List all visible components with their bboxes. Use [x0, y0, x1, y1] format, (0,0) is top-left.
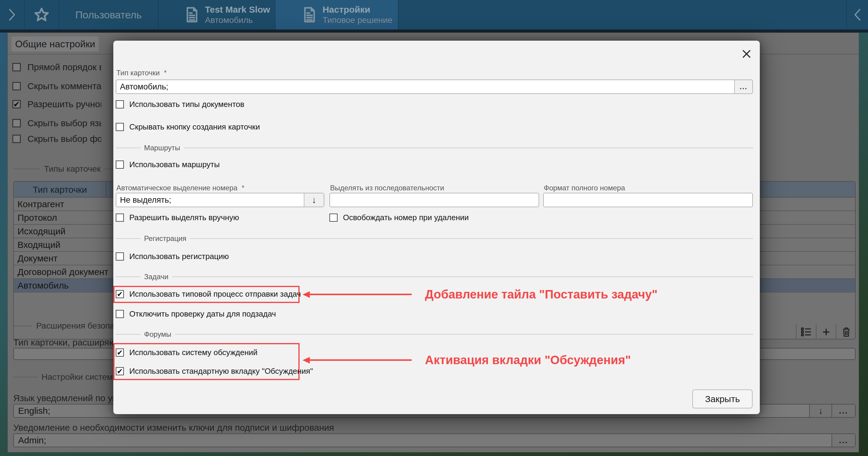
bg-checkbox[interactable]: Прямой порядок в листе [12, 63, 101, 71]
tab-title: Test Mark Slow [205, 4, 270, 15]
chevron-left-icon [852, 8, 863, 21]
table-cell: Договорной документ [18, 267, 108, 277]
card-type-input[interactable]: Автомобиль; [116, 80, 734, 93]
list-view-button[interactable] [796, 324, 816, 339]
checkbox-use-forums[interactable]: ✔ Использовать систему обсуждений [116, 349, 257, 357]
checkbox-box [116, 161, 124, 169]
checkbox-box [116, 214, 124, 222]
checkbox-box: ✔ [116, 290, 124, 298]
expand-chevron-button[interactable] [0, 0, 25, 30]
checkbox-hide-create-button[interactable]: Скрывать кнопку создания карточки [116, 123, 260, 131]
star-icon [34, 7, 50, 23]
checkbox-task-process[interactable]: ✔ Использовать типовой процесс отправки … [116, 290, 301, 298]
checkbox-box [116, 123, 124, 131]
tab-test-mark-slow[interactable]: Test Mark Slow Автомобиль [158, 0, 276, 30]
bg-checkbox[interactable]: Скрыть комментарий для [12, 82, 101, 90]
table-cell: Входящий [18, 240, 60, 250]
down-arrow-icon: ↓ [818, 406, 823, 416]
bg-checkbox[interactable]: ✔Разрешить ручной ввод и [12, 100, 101, 108]
document-icon [303, 6, 316, 23]
card-type-label: Тип карточки* [116, 69, 167, 77]
section-system-settings: Настройки системы [13, 372, 119, 382]
checkbox-use-routes[interactable]: Использовать маршруты [116, 161, 220, 169]
check-icon: ✔ [13, 100, 20, 108]
forums-annotation-note: Активация вкладки "Обсуждения" [425, 353, 631, 367]
column-divider [106, 182, 106, 198]
auto-number-dropdown-button[interactable]: ↓ [304, 193, 324, 207]
bg-checkbox-label: Скрыть выбор форматиро [27, 134, 101, 144]
tab-subtitle: Типовое решение [322, 15, 393, 25]
down-arrow-icon: ↓ [312, 195, 316, 205]
forums-annotation-arrow [310, 359, 412, 361]
tab-user-label: Пользователь [75, 9, 142, 21]
auto-number-select-group: Не выделять; ↓ [116, 193, 324, 207]
delete-row-button[interactable] [836, 324, 856, 339]
checkbox-disable-subtask-date-check[interactable]: Отключить проверку даты для подзадач [116, 310, 276, 318]
auto-number-label: Автоматическое выделение номера* [116, 184, 244, 192]
sequence-input[interactable] [330, 193, 539, 207]
bg-checkbox[interactable]: Скрыть выбор языка инте [12, 119, 101, 127]
list-icon [801, 327, 811, 337]
section-registration: Регистрация [116, 234, 753, 243]
table-header-label: Тип карточки [14, 182, 106, 198]
checkbox-box [116, 310, 124, 318]
section-security-extensions: Расширения безопас [13, 321, 119, 330]
close-button[interactable]: Закрыть [692, 389, 752, 409]
close-dialog-button[interactable] [741, 48, 752, 59]
more-button[interactable]: ... [832, 404, 855, 417]
checkbox-release-number[interactable]: Освобождать номер при удалении [330, 214, 469, 222]
dropdown-button[interactable]: ↓ [809, 404, 832, 417]
checkbox-allow-manual[interactable]: Разрешить выделять вручную [116, 214, 239, 222]
checkbox-use-registration[interactable]: Использовать регистрацию [116, 252, 229, 261]
default-language-label: Язык уведомлений по умолч [13, 393, 114, 403]
bg-checkbox-label: Разрешить ручной ввод и [27, 99, 101, 109]
ellipsis-icon: ... [839, 406, 848, 416]
bg-checkbox-label: Скрыть выбор языка инте [27, 118, 101, 128]
tab-general-settings[interactable]: Общие настройки [11, 36, 99, 52]
security-card-type-label: Тип карточки, расширяющий [13, 337, 114, 348]
table-cell: Исходящий [18, 226, 65, 236]
plus-icon: + [822, 325, 830, 338]
topbar-spacer [398, 0, 847, 30]
card-type-more-button[interactable]: ... [734, 80, 752, 93]
check-icon: ✔ [117, 291, 123, 298]
checkbox-box: ✔ [116, 367, 124, 375]
section-routes: Маршруты [116, 143, 753, 153]
keys-notification-label: Уведомление о необходимости изменить клю… [13, 423, 856, 433]
auto-number-select[interactable]: Не выделять; [116, 193, 304, 207]
section-forums: Форумы [116, 330, 753, 339]
checkbox-use-doc-types[interactable]: Использовать типы документов [116, 100, 244, 108]
tab-settings[interactable]: Настройки Типовое решение [276, 0, 398, 30]
full-number-format-input[interactable] [543, 193, 753, 207]
full-number-format-label: Формат полного номера [544, 184, 625, 192]
checkbox-box [12, 135, 21, 143]
type-settings-dialog: Тип карточки* Автомобиль; ... Использова… [113, 41, 760, 414]
bg-checkbox-label: Скрыть комментарий для [27, 81, 101, 91]
checkbox-box [12, 63, 21, 71]
table-cell: Автомобиль [18, 281, 69, 291]
topbar: Пользователь Test Mark Slow Автомобиль Н… [0, 0, 868, 33]
checkbox-box [116, 252, 124, 261]
card-type-input-group: Автомобиль; ... [116, 79, 753, 94]
checkbox-box [330, 214, 338, 222]
keys-notification-input[interactable]: Admin; ... [13, 433, 856, 447]
section-tasks: Задачи [116, 272, 753, 281]
checkbox-box: ✔ [116, 349, 124, 357]
tab-subtitle: Автомобиль [205, 15, 270, 25]
favorites-star-button[interactable] [25, 0, 59, 30]
table-cell: Протокол [18, 213, 57, 223]
add-row-button[interactable]: + [816, 324, 836, 339]
collapse-chevron-button[interactable] [847, 0, 868, 30]
tab-title: Настройки [322, 4, 393, 15]
bg-checkbox[interactable]: Скрыть выбор форматиро [12, 135, 101, 143]
check-icon: ✔ [117, 349, 123, 356]
ellipsis-icon: ... [740, 83, 747, 91]
more-button[interactable]: ... [832, 434, 855, 447]
table-cell: Документ [18, 253, 58, 264]
tab-user[interactable]: Пользователь [59, 0, 158, 30]
check-icon: ✔ [117, 368, 123, 375]
checkbox-box [12, 119, 21, 127]
task-annotation-note: Добавление тайла "Поставить задачу" [425, 288, 658, 301]
document-icon [185, 6, 199, 23]
checkbox-standard-discussion-tab[interactable]: ✔ Использовать стандартную вкладку "Обсу… [116, 367, 313, 375]
